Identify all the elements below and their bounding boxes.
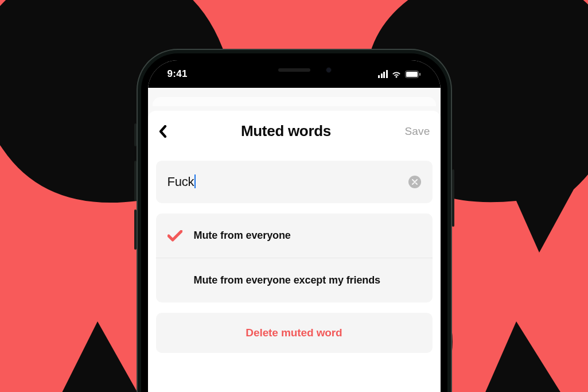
close-icon	[412, 179, 418, 185]
status-icons	[378, 70, 421, 78]
chevron-left-icon	[158, 125, 168, 138]
phone-bezel: 9:41	[141, 53, 447, 392]
checkmark-icon	[168, 230, 182, 242]
muted-word-input[interactable]: Fuck	[168, 174, 196, 189]
option-label: Mute from everyone except my friends	[194, 274, 381, 286]
notch	[223, 60, 366, 80]
svg-rect-2	[419, 73, 420, 76]
modal-sheet: Muted words Save Fuck	[148, 111, 441, 392]
wifi-icon	[391, 71, 402, 78]
svg-rect-1	[406, 72, 418, 77]
front-camera-icon	[326, 67, 332, 73]
app-surface: Muted words Save Fuck	[148, 88, 441, 392]
power-button	[452, 169, 454, 227]
volume-up-button	[134, 161, 137, 201]
battery-icon	[405, 71, 421, 78]
nav-bar: Muted words Save	[148, 111, 441, 150]
clear-input-button[interactable]	[408, 176, 421, 188]
save-button[interactable]: Save	[404, 125, 430, 138]
sheet-stack-hint	[153, 97, 436, 106]
phone-frame: 9:41	[137, 49, 452, 392]
mute-scope-options: Mute from everyone Mute from everyone ex…	[156, 214, 433, 302]
text-caret-icon	[194, 174, 196, 188]
delete-muted-word-button[interactable]: Delete muted word	[156, 313, 433, 353]
earpiece-icon	[278, 68, 310, 72]
phone-screen: 9:41	[148, 60, 441, 392]
cellular-signal-icon	[378, 70, 388, 78]
option-mute-everyone-except-friends[interactable]: Mute from everyone except my friends	[156, 258, 433, 302]
muted-word-value: Fuck	[168, 174, 194, 189]
option-mute-everyone[interactable]: Mute from everyone	[156, 214, 433, 258]
mute-switch	[134, 123, 137, 146]
option-label: Mute from everyone	[194, 230, 291, 242]
back-button[interactable]	[158, 125, 168, 138]
muted-word-input-card: Fuck	[156, 161, 433, 203]
page-title: Muted words	[241, 122, 331, 140]
delete-label: Delete muted word	[246, 327, 342, 339]
status-time: 9:41	[168, 68, 188, 80]
volume-down-button	[134, 209, 137, 250]
content: Fuck Mute from everyone	[148, 150, 441, 353]
